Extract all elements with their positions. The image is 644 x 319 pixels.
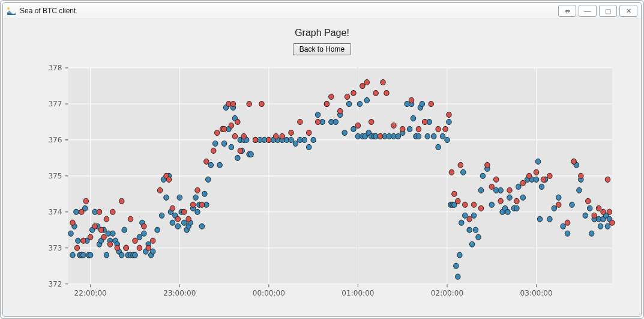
data-point — [293, 141, 298, 146]
data-point — [208, 162, 213, 168]
data-point — [420, 101, 424, 106]
data-point — [119, 252, 124, 258]
maximize-button[interactable]: ▢ — [599, 5, 617, 17]
y-tick-label: 374 — [48, 207, 62, 217]
data-point — [337, 108, 342, 114]
data-point — [449, 169, 454, 175]
data-point — [79, 209, 84, 214]
data-point — [598, 223, 603, 229]
data-point — [364, 79, 369, 85]
data-point — [247, 101, 251, 106]
data-point — [607, 209, 612, 214]
data-point — [150, 238, 155, 243]
data-point — [229, 144, 233, 150]
client-area: Graph Page! Back to Home 22:00:0023:00:0… — [3, 19, 641, 316]
data-point — [150, 249, 155, 254]
x-tick-label: 22:00:00 — [74, 288, 107, 298]
price-scatter-chart[interactable]: 22:00:0023:00:0000:00:0001:00:0002:00:00… — [20, 60, 624, 309]
data-point — [592, 213, 597, 218]
data-point — [355, 123, 360, 128]
data-point — [458, 162, 463, 168]
x-tick-label: 00:00:00 — [253, 288, 285, 298]
y-tick-label: 375 — [48, 171, 62, 181]
data-point — [190, 202, 195, 207]
data-point — [416, 133, 421, 139]
data-point — [478, 205, 483, 211]
data-point — [199, 202, 204, 207]
data-point — [391, 123, 396, 128]
data-point — [459, 220, 464, 225]
data-point — [586, 198, 591, 204]
data-point — [159, 213, 164, 218]
data-point — [235, 155, 240, 160]
data-point — [425, 133, 430, 139]
data-point — [81, 252, 86, 258]
data-point — [351, 90, 356, 96]
data-point — [175, 223, 180, 229]
y-tick-label: 373 — [48, 243, 62, 253]
data-point — [241, 133, 246, 139]
data-point — [97, 209, 101, 214]
data-point — [238, 148, 242, 153]
data-point — [556, 202, 561, 207]
minimize-button[interactable]: — — [579, 5, 597, 17]
data-point — [443, 126, 448, 132]
data-point — [357, 101, 362, 106]
data-point — [409, 97, 414, 103]
data-point — [400, 126, 405, 132]
data-point — [436, 126, 441, 132]
data-point — [137, 245, 142, 251]
data-point — [181, 209, 186, 214]
data-point — [462, 213, 467, 218]
data-point — [104, 216, 109, 222]
undock-button[interactable]: ⇔ — [558, 5, 576, 17]
data-point — [306, 144, 311, 150]
data-point — [505, 209, 510, 214]
data-point — [411, 115, 415, 121]
app-icon — [7, 6, 16, 16]
data-point — [81, 238, 86, 243]
data-point — [119, 198, 124, 204]
svg-point-0 — [7, 7, 10, 10]
close-button[interactable]: ✕ — [619, 5, 637, 17]
data-point — [436, 144, 441, 150]
data-point — [541, 177, 546, 182]
back-to-home-button[interactable]: Back to Home — [293, 43, 351, 55]
data-point — [311, 137, 316, 142]
data-point — [259, 101, 264, 106]
data-point — [476, 234, 481, 240]
data-point — [142, 231, 146, 236]
data-point — [507, 187, 512, 193]
data-point — [423, 119, 427, 124]
data-point — [445, 137, 450, 142]
data-point — [88, 234, 92, 240]
data-point — [248, 151, 253, 157]
data-point — [478, 187, 483, 193]
data-point — [289, 130, 293, 135]
data-point — [396, 133, 400, 139]
data-point — [101, 234, 106, 240]
data-point — [583, 213, 588, 218]
data-point — [452, 191, 457, 196]
data-point — [447, 119, 451, 124]
data-point — [70, 252, 75, 258]
data-point — [589, 231, 594, 236]
data-point — [266, 137, 271, 142]
title-bar[interactable]: Sea of BTC client ⇔ — ▢ ✕ — [3, 3, 641, 19]
data-point — [177, 195, 182, 200]
data-point — [142, 223, 146, 229]
data-point — [429, 101, 433, 106]
data-point — [346, 101, 351, 106]
data-point — [88, 252, 92, 258]
data-point — [416, 126, 421, 132]
data-point — [565, 231, 570, 236]
data-point — [552, 205, 556, 211]
data-point — [221, 141, 226, 146]
data-point — [217, 162, 222, 168]
data-point — [381, 79, 385, 85]
data-point — [70, 220, 75, 225]
data-point — [107, 242, 112, 247]
data-point — [221, 126, 226, 132]
data-point — [467, 227, 472, 232]
data-point — [605, 177, 610, 182]
